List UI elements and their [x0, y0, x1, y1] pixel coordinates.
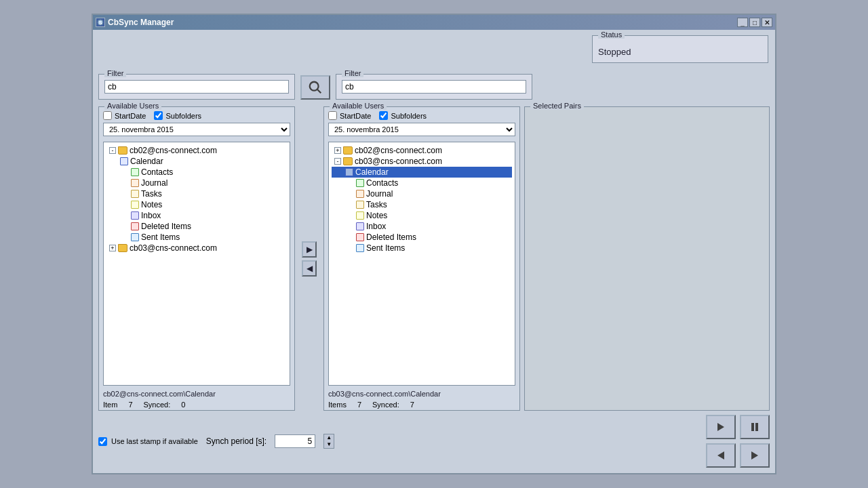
search-button[interactable] — [300, 75, 330, 100]
spinner-down[interactable]: ▼ — [324, 441, 334, 448]
close-button[interactable]: ✕ — [762, 18, 772, 27]
right-tree-area[interactable]: + cb02@cns-connect.com - cb03@cns-connec… — [328, 142, 515, 386]
tree-item-label: Tasks — [141, 189, 162, 199]
expand-icon[interactable]: + — [334, 147, 341, 154]
right-synced-label: Synced: — [372, 401, 399, 409]
left-item-label: Item — [103, 401, 117, 409]
left-date-select[interactable]: 25. novembra 2015 — [103, 123, 290, 136]
synch-period-input[interactable] — [275, 434, 315, 448]
tree-account-label: cb02@cns-connect.com — [355, 146, 442, 155]
left-checkboxes: StartDate Subfolders — [99, 111, 294, 120]
tree-item-label: Deleted Items — [366, 232, 416, 242]
list-item[interactable]: - cb03@cns-connect.com — [332, 156, 512, 167]
use-last-stamp-checkbox[interactable] — [98, 437, 107, 446]
expand-icon[interactable]: + — [109, 245, 116, 251]
filter-left-input[interactable] — [104, 80, 289, 94]
filter-left-group: Filter — [98, 74, 295, 100]
pause-button[interactable] — [740, 415, 770, 439]
tree-item-label: Journal — [366, 189, 393, 199]
list-item[interactable]: Deleted Items — [106, 221, 287, 232]
list-item[interactable]: Contacts — [332, 178, 512, 188]
svg-line-3 — [317, 89, 321, 94]
minimize-button[interactable]: _ — [737, 18, 748, 27]
journal-icon — [131, 179, 139, 187]
left-arrow-button[interactable]: ◀ — [302, 260, 317, 277]
maximize-button[interactable]: □ — [749, 18, 760, 27]
selected-pairs-label: Selected Pairs — [530, 102, 584, 110]
use-last-stamp-label[interactable]: Use last stamp if available — [98, 437, 198, 446]
list-item[interactable]: Contacts — [106, 167, 287, 178]
list-item[interactable]: + cb03@cns-connect.com — [106, 243, 287, 253]
right-startdate-checkbox[interactable] — [328, 111, 337, 120]
svg-rect-5 — [751, 423, 754, 431]
list-item[interactable]: Calendar — [106, 156, 287, 167]
right-subfolders-checkbox[interactable] — [379, 111, 388, 120]
list-item[interactable]: Inbox — [106, 210, 287, 221]
right-panel: Available Users StartDate Subfolders 25.… — [323, 106, 520, 411]
deleted-icon — [131, 222, 139, 230]
forward-button[interactable] — [740, 443, 770, 468]
tasks-icon — [356, 201, 364, 209]
list-item[interactable]: Tasks — [106, 188, 287, 199]
list-item[interactable]: Tasks — [332, 199, 512, 210]
right-subfolders-checkbox-label[interactable]: Subfolders — [379, 111, 427, 120]
list-item[interactable]: Calendar — [332, 167, 512, 178]
tree-item-label: Inbox — [366, 222, 386, 231]
window-title: CbSync Manager — [108, 18, 174, 27]
notes-icon — [131, 201, 139, 209]
search-icon — [308, 80, 323, 95]
sent-icon — [131, 233, 139, 241]
synch-period-label: Synch period [s]: — [206, 436, 267, 446]
list-item[interactable]: Sent Items — [332, 243, 512, 253]
list-item[interactable]: Sent Items — [106, 232, 287, 243]
left-subfolders-checkbox-label[interactable]: Subfolders — [154, 111, 201, 120]
list-item[interactable]: - cb02@cns-connect.com — [106, 145, 287, 156]
window-icon: S — [96, 18, 105, 27]
list-item[interactable]: Journal — [332, 188, 512, 199]
notes-icon — [356, 211, 364, 220]
playback-buttons — [706, 415, 770, 439]
tree-item-label: Inbox — [141, 211, 161, 220]
left-subfolders-checkbox[interactable] — [154, 111, 163, 120]
expand-icon[interactable]: - — [334, 158, 341, 165]
tree-item-label: Sent Items — [366, 243, 405, 253]
list-item[interactable]: Notes — [332, 210, 512, 221]
left-stats: Item 7 Synced: 0 — [99, 399, 294, 410]
right-items-label: Items — [328, 401, 347, 409]
right-arrow-button[interactable]: ▶ — [302, 241, 317, 258]
list-item[interactable]: + cb02@cns-connect.com — [332, 145, 512, 156]
right-date-select[interactable]: 25. novembra 2015 — [328, 123, 515, 136]
right-stats: Items 7 Synced: 7 — [324, 399, 519, 410]
play-button[interactable] — [706, 415, 736, 439]
left-synced-count: 0 — [181, 401, 185, 409]
filter-left-label: Filter — [104, 69, 126, 77]
left-startdate-checkbox-label[interactable]: StartDate — [103, 111, 146, 120]
back-button[interactable] — [706, 443, 736, 468]
title-bar-buttons: _ □ ✕ — [737, 18, 772, 27]
list-item[interactable]: Inbox — [332, 221, 512, 232]
list-item[interactable]: Notes — [106, 199, 287, 210]
contacts-icon — [356, 179, 364, 187]
left-panel-label: Available Users — [104, 102, 161, 110]
filter-right-input[interactable] — [342, 80, 526, 94]
list-item[interactable]: Deleted Items — [332, 232, 512, 243]
filters-section: Filter Filter — [98, 67, 770, 102]
svg-point-2 — [310, 82, 319, 91]
top-section: Status Stopped — [98, 35, 770, 63]
expand-icon[interactable]: - — [109, 147, 116, 154]
right-checkboxes: StartDate Subfolders — [324, 111, 519, 120]
tree-account-label: cb02@cns-connect.com — [130, 146, 217, 155]
list-item[interactable]: Journal — [106, 178, 287, 188]
synch-period-spinner[interactable]: ▲ ▼ — [323, 434, 334, 449]
left-tree-area[interactable]: - cb02@cns-connect.com Calendar Contacts — [103, 142, 290, 386]
bottom-row: Use last stamp if available Synch period… — [98, 415, 770, 468]
sent-icon — [356, 244, 364, 252]
right-startdate-checkbox-label[interactable]: StartDate — [328, 111, 371, 120]
spinner-up[interactable]: ▲ — [324, 434, 334, 441]
tree-item-label: Calendar — [355, 167, 389, 177]
nav-buttons — [706, 443, 770, 468]
left-startdate-checkbox[interactable] — [103, 111, 112, 120]
selected-pairs-box: Selected Pairs — [524, 106, 770, 411]
title-bar: S CbSync Manager _ □ ✕ — [93, 15, 775, 30]
svg-text:S: S — [99, 20, 102, 25]
